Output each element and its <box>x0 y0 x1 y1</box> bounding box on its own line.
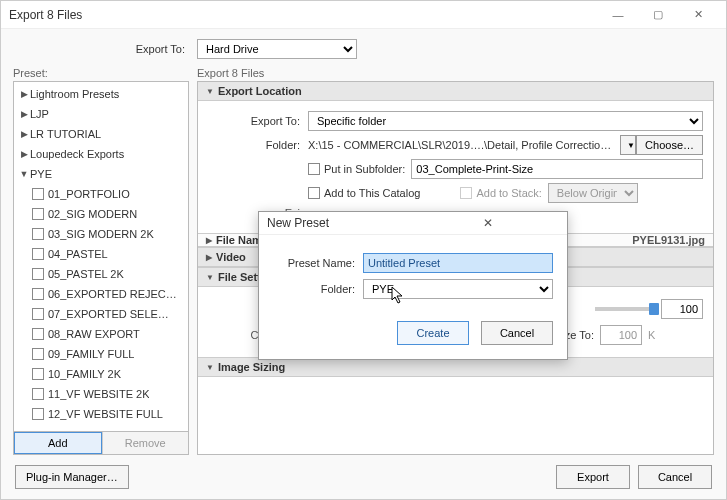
folder-label: Folder: <box>208 139 308 151</box>
limit-filesize-input <box>600 325 642 345</box>
preset-buttons: Add Remove <box>13 432 189 455</box>
add-to-catalog-checkbox[interactable] <box>308 187 320 199</box>
preset-folder[interactable]: ▶LR TUTORIAL <box>14 124 188 144</box>
panel-export-location[interactable]: ▼Export Location <box>198 82 713 101</box>
checkbox-icon[interactable] <box>32 208 44 220</box>
preset-item[interactable]: 09_FAMILY FULL <box>14 344 188 364</box>
folder-history-button[interactable]: ▼ <box>620 135 636 155</box>
choose-folder-button[interactable]: Choose… <box>636 135 703 155</box>
modal-title: New Preset <box>267 216 414 230</box>
chevron-down-icon: ▼ <box>18 169 30 179</box>
preset-item[interactable]: 07_EXPORTED SELE… <box>14 304 188 324</box>
preset-item[interactable]: 03_SIG MODERN 2K <box>14 224 188 244</box>
chevron-right-icon: ▶ <box>18 129 30 139</box>
preset-item[interactable]: 04_PASTEL <box>14 244 188 264</box>
preset-tree[interactable]: ▶Lightroom Presets ▶LJP ▶LR TUTORIAL ▶Lo… <box>13 81 189 432</box>
checkbox-icon[interactable] <box>32 388 44 400</box>
checkbox-icon[interactable] <box>32 348 44 360</box>
export-dialog: Export 8 Files — ▢ ✕ Export To: Hard Dri… <box>0 0 727 500</box>
modal-titlebar: New Preset ✕ <box>259 212 567 235</box>
export-to-select[interactable]: Hard Drive <box>197 39 357 59</box>
checkbox-icon[interactable] <box>32 408 44 420</box>
export-to-label: Export To: <box>1 43 191 55</box>
chevron-down-icon: ▼ <box>206 363 214 372</box>
preset-item[interactable]: 10_FAMILY 2K <box>14 364 188 384</box>
checkbox-icon[interactable] <box>32 228 44 240</box>
preset-item[interactable]: 06_EXPORTED REJEC… <box>14 284 188 304</box>
preset-label: Preset: <box>13 67 189 79</box>
window-title: Export 8 Files <box>9 8 598 22</box>
slider-thumb-icon[interactable] <box>649 303 659 315</box>
export-button[interactable]: Export <box>556 465 630 489</box>
checkbox-icon[interactable] <box>32 328 44 340</box>
preset-folder[interactable]: ▶Loupedeck Exports <box>14 144 188 164</box>
export-to-row: Export To: Hard Drive <box>1 29 726 67</box>
preset-folder[interactable]: ▶LJP <box>14 104 188 124</box>
add-to-catalog-label: Add to This Catalog <box>324 187 420 199</box>
folder-path: X:\15 - COMMERCIAL\SLR\2019….\Detail, Pr… <box>308 139 618 151</box>
checkbox-icon[interactable] <box>32 368 44 380</box>
chevron-right-icon: ▶ <box>206 253 212 262</box>
preset-item[interactable]: 12_VF WEBSITE FULL <box>14 404 188 424</box>
titlebar: Export 8 Files — ▢ ✕ <box>1 1 726 29</box>
chevron-right-icon: ▶ <box>206 236 212 245</box>
remove-preset-button[interactable]: Remove <box>102 432 189 454</box>
cancel-preset-button[interactable]: Cancel <box>481 321 553 345</box>
preset-folder[interactable]: ▶Lightroom Presets <box>14 84 188 104</box>
chevron-down-icon: ▼ <box>206 273 214 282</box>
chevron-right-icon: ▶ <box>18 149 30 159</box>
close-button[interactable]: ✕ <box>678 1 718 29</box>
checkbox-icon[interactable] <box>32 268 44 280</box>
preset-folder-label: Folder: <box>273 283 363 295</box>
maximize-button[interactable]: ▢ <box>638 1 678 29</box>
preset-item[interactable]: 02_SIG MODERN <box>14 204 188 224</box>
checkbox-icon[interactable] <box>32 248 44 260</box>
put-in-subfolder-checkbox[interactable] <box>308 163 320 175</box>
add-preset-button[interactable]: Add <box>14 432 102 454</box>
modal-close-button[interactable]: ✕ <box>414 216 561 230</box>
put-in-subfolder-label: Put in Subfolder: <box>324 163 405 175</box>
checkbox-icon[interactable] <box>32 308 44 320</box>
preset-name-label: Preset Name: <box>273 257 363 269</box>
settings-label: Export 8 Files <box>197 67 714 79</box>
add-to-stack-label: Add to Stack: <box>476 187 541 199</box>
quality-input[interactable] <box>661 299 703 319</box>
preset-item[interactable]: 01_PORTFOLIO <box>14 184 188 204</box>
chevron-down-icon: ▼ <box>206 87 214 96</box>
export-to-label: Export To: <box>208 115 308 127</box>
preset-folder-expanded[interactable]: ▼PYE <box>14 164 188 184</box>
checkbox-icon[interactable] <box>32 288 44 300</box>
stack-position-select: Below Original <box>548 183 638 203</box>
panel-image-sizing[interactable]: ▼Image Sizing <box>198 357 713 377</box>
bottom-bar: Plug-in Manager… Export Cancel <box>1 455 726 499</box>
quality-slider[interactable] <box>595 307 655 311</box>
window-controls: — ▢ ✕ <box>598 1 718 29</box>
subfolder-input[interactable] <box>411 159 703 179</box>
chevron-right-icon: ▶ <box>18 89 30 99</box>
new-preset-dialog: New Preset ✕ Preset Name: Folder: PYE Cr… <box>258 211 568 360</box>
create-preset-button[interactable]: Create <box>397 321 469 345</box>
export-to-folder-select[interactable]: Specific folder <box>308 111 703 131</box>
checkbox-icon[interactable] <box>32 188 44 200</box>
preset-panel: Preset: ▶Lightroom Presets ▶LJP ▶LR TUTO… <box>13 67 189 455</box>
preset-folder-select[interactable]: PYE <box>363 279 553 299</box>
plugin-manager-button[interactable]: Plug-in Manager… <box>15 465 129 489</box>
chevron-right-icon: ▶ <box>18 109 30 119</box>
preset-name-input[interactable] <box>363 253 553 273</box>
preset-item[interactable]: 08_RAW EXPORT <box>14 324 188 344</box>
add-to-stack-checkbox <box>460 187 472 199</box>
minimize-button[interactable]: — <box>598 1 638 29</box>
cancel-button[interactable]: Cancel <box>638 465 712 489</box>
limit-unit: K <box>648 329 655 341</box>
preset-item[interactable]: 11_VF WEBSITE 2K <box>14 384 188 404</box>
preset-item[interactable]: 05_PASTEL 2K <box>14 264 188 284</box>
